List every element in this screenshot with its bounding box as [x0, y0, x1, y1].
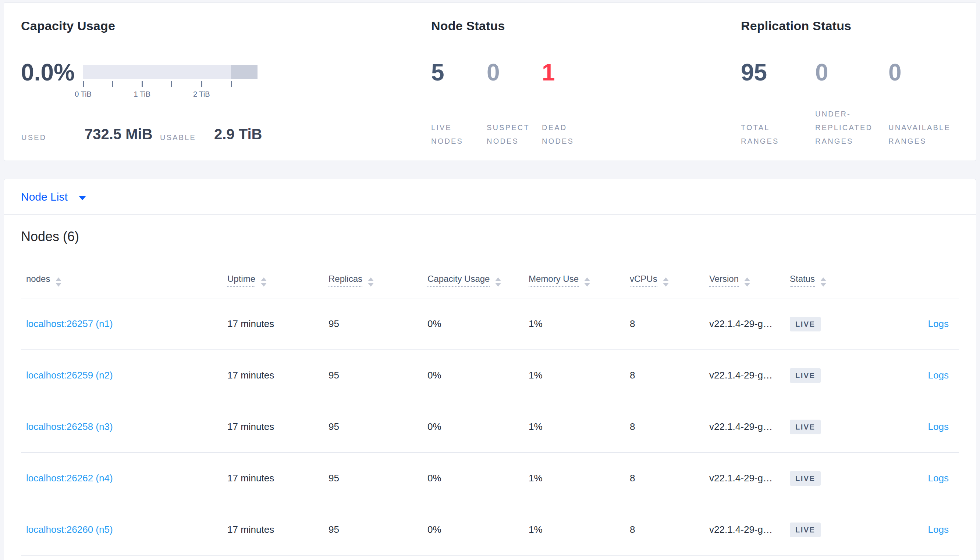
capacity-axis-tick [112, 81, 113, 87]
column-header-status[interactable]: Status [790, 274, 880, 287]
sort-icon[interactable] [368, 277, 374, 287]
uptime-cell: 17 minutes [227, 421, 328, 432]
capacity-axis-tick [201, 81, 202, 87]
logs-link[interactable]: Logs [880, 421, 959, 432]
column-header-capacity-usage[interactable]: Capacity Usage [428, 274, 528, 287]
uptime-cell: 17 minutes [227, 370, 328, 381]
column-header-nodes[interactable]: nodes [26, 274, 227, 287]
node-address-link[interactable]: localhost:26260 (n5) [26, 524, 227, 535]
sort-up-arrow [584, 277, 590, 281]
suspect-nodes-label: SUSPECTNODES [487, 104, 530, 148]
column-header-vcpus[interactable]: vCPUs [630, 274, 709, 287]
logs-link[interactable]: Logs [880, 524, 959, 535]
capacity-axis-tick [142, 81, 143, 87]
capacity-usage-bar [83, 65, 258, 79]
under-replicated-ranges-count: 0 [815, 58, 828, 87]
memory-use-cell: 1% [528, 318, 630, 330]
metric-label-line: NODES [431, 135, 463, 148]
column-header-label[interactable]: nodes [26, 274, 50, 284]
sort-icon[interactable] [55, 277, 62, 287]
sort-up-arrow [261, 277, 267, 281]
memory-use-cell: 1% [528, 370, 630, 381]
live-nodes-count: 5 [431, 58, 444, 87]
vcpus-cell: 8 [630, 318, 709, 330]
column-header-label[interactable]: Status [790, 274, 815, 287]
sort-icon[interactable] [663, 277, 669, 287]
metric-label-line: DEAD [542, 121, 574, 135]
sort-icon[interactable] [495, 277, 501, 287]
vcpus-cell: 8 [630, 473, 709, 484]
column-header-label[interactable]: Uptime [227, 274, 255, 287]
node-address-link[interactable]: localhost:26262 (n4) [26, 473, 227, 484]
column-header-label[interactable]: vCPUs [630, 274, 657, 287]
capacity-usable-segment [83, 65, 231, 79]
under-replicated-ranges-label: UNDER-REPLICATEDRANGES [815, 104, 873, 148]
status-badge: LIVE [790, 368, 821, 383]
vcpus-cell: 8 [630, 524, 709, 535]
node-address-link[interactable]: localhost:26258 (n3) [26, 421, 227, 432]
memory-use-cell: 1% [528, 473, 630, 484]
column-header-replicas[interactable]: Replicas [328, 274, 428, 287]
status-badge: LIVE [790, 420, 821, 434]
chevron-down-icon [79, 196, 86, 200]
column-header-uptime[interactable]: Uptime [227, 274, 328, 287]
sort-down-arrow [663, 283, 669, 287]
logs-link[interactable]: Logs [880, 318, 959, 330]
sort-up-arrow [744, 277, 750, 281]
sort-icon[interactable] [584, 277, 590, 287]
column-header-label[interactable]: Memory Use [528, 274, 579, 287]
column-header-label[interactable]: Version [709, 274, 739, 287]
node-list-card: Node List Nodes (6) nodesUptimeReplicasC… [4, 179, 976, 560]
capacity-usage-cell: 0% [428, 473, 528, 484]
node-row: localhost:26262 (n4)17 minutes950%1%8v22… [21, 453, 959, 504]
status-cell: LIVE [790, 523, 880, 537]
metric-label-line: NODES [487, 135, 530, 148]
status-badge: LIVE [790, 523, 821, 537]
sort-down-arrow [368, 283, 374, 287]
capacity-bar-tick-labels: 0 TiB1 TiB2 TiB [83, 90, 258, 100]
sort-icon[interactable] [820, 277, 826, 287]
capacity-axis-tick-label: 1 TiB [134, 90, 151, 98]
sort-up-arrow [368, 277, 374, 281]
capacity-usage-cell: 0% [428, 318, 528, 330]
metric-label-line: UNDER- [815, 107, 873, 121]
memory-use-cell: 1% [528, 524, 630, 535]
column-header-memory-use[interactable]: Memory Use [528, 274, 630, 287]
metric-label-line: SUSPECT [487, 121, 530, 135]
logs-link[interactable]: Logs [880, 370, 959, 381]
sort-down-arrow [261, 283, 267, 287]
node-row: localhost:26260 (n5)17 minutes950%1%8v22… [21, 504, 959, 556]
usable-value: 2.9 TiB [214, 126, 262, 143]
cluster-summary-card: Capacity Usage 0.0% 0 TiB1 TiB2 TiB USED… [4, 2, 976, 161]
sort-icon[interactable] [744, 277, 750, 287]
metric-label-line: TOTAL [741, 121, 779, 135]
node-address-link[interactable]: localhost:26259 (n2) [26, 370, 227, 381]
capacity-reserved-segment [231, 65, 258, 79]
version-cell: v22.1.4-29-g… [709, 473, 790, 484]
unavailable-ranges-label: UNAVAILABLERANGES [888, 104, 951, 148]
logs-link[interactable]: Logs [880, 473, 959, 484]
metric-label-line: RANGES [741, 135, 779, 148]
usable-label: USABLE [160, 133, 196, 142]
unavailable-ranges-count: 0 [888, 58, 901, 87]
view-selector-dropdown[interactable]: Node List [4, 179, 976, 215]
sort-icon[interactable] [261, 277, 267, 287]
node-address-link[interactable]: localhost:26257 (n1) [26, 318, 227, 330]
column-header-label[interactable]: Capacity Usage [428, 274, 490, 287]
used-value: 732.5 MiB [85, 126, 153, 143]
node-row: localhost:26258 (n3)17 minutes950%1%8v22… [21, 401, 959, 453]
capacity-usage-cell: 0% [428, 370, 528, 381]
capacity-usage-title: Capacity Usage [21, 19, 115, 33]
capacity-used-percent: 0.0% [21, 58, 75, 87]
version-cell: v22.1.4-29-g… [709, 318, 790, 330]
column-header-label[interactable]: Replicas [328, 274, 362, 287]
view-selector-label[interactable]: Node List [21, 191, 68, 203]
status-badge: LIVE [790, 471, 821, 486]
capacity-axis-tick [171, 81, 172, 87]
column-header-version[interactable]: Version [709, 274, 790, 287]
capacity-usage-cell: 0% [428, 524, 528, 535]
nodes-table: nodesUptimeReplicasCapacity UsageMemory … [21, 262, 959, 556]
uptime-cell: 17 minutes [227, 318, 328, 330]
total-ranges-count: 95 [741, 58, 767, 87]
capacity-axis-tick [83, 81, 84, 87]
